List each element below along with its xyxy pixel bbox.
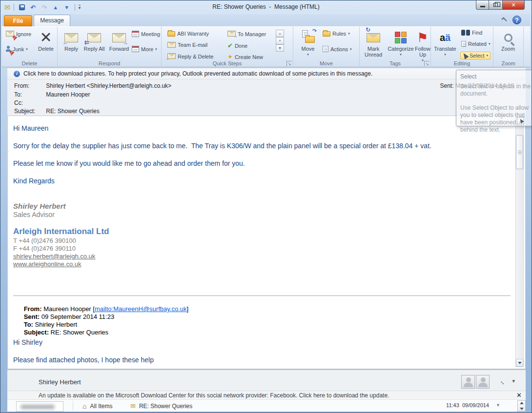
header-to-row: To: Maureen Hooper [14,91,90,98]
select-tooltip: Select Select text or objects in the doc… [456,70,532,126]
group-label-move: Move [293,60,359,66]
ribbon-group-respond: ← Reply ⇇ Reply All → Forward Meeting Mo… [58,27,162,67]
quick-step-abi-warranty[interactable]: ABI Warranty [167,31,209,37]
tags-dialog-launcher[interactable]: ↘ [424,61,430,66]
tooltip-title: Select [460,73,532,80]
actions-icon [323,46,328,52]
title-bar: ✉ ↶ ↷ ▲ ▼ ▾ RE: Shower Queries - Message… [0,0,532,14]
dismiss-social-bar-icon[interactable]: ✕ [516,392,522,399]
message-body: Hi Maureen Sorry for the delay the suppl… [7,116,526,369]
item-timestamp: 11:43 09/09/2014 [446,402,489,408]
quick-step-team-email[interactable]: Team E-mail [167,42,207,48]
item-dropdown-icon[interactable]: ▼ [496,403,500,408]
group-label-respond: Respond [58,60,161,66]
body-greeting: Hi Maureen [13,124,48,132]
collapse-people-pane-icon[interactable]: ▾ [512,378,515,384]
activity-item[interactable]: ✉ RE: Shower Queries [130,402,192,410]
junk-button[interactable]: Junk ▾ [6,46,28,53]
mark-unread-button[interactable]: ↻ Mark Unread [361,28,386,58]
social-update-text[interactable]: An update is available on the Microsoft … [39,392,389,399]
group-label-quick-steps: Quick Steps [162,60,293,66]
close-button[interactable]: ✕ [502,0,525,10]
avatar[interactable] [476,375,490,389]
social-connector-bar: An update is available on the Microsoft … [7,391,526,399]
signature-web-link[interactable]: www.arleighonline.co.uk [13,260,81,268]
rules-folder-icon [323,31,330,37]
delete-x-icon: ✕ [40,29,52,46]
to-value: Maureen Hooper [46,91,90,98]
reply-button[interactable]: ← Reply [61,28,82,52]
items-scroll-spinner[interactable] [517,400,526,412]
quick-step-reply-delete[interactable]: ← Reply & Delete [167,53,213,60]
find-button[interactable]: Find [461,30,482,36]
sent-label: Sent: [440,82,454,89]
minimize-ribbon-icon[interactable] [501,17,507,22]
select-button[interactable]: Select ▾ [460,52,491,59]
quick-step-to-manager[interactable]: → To Manager [227,31,266,38]
quoted-greeting: Hi Shirley [13,338,42,346]
move-button[interactable]: ↷ Move ▾ [297,28,319,58]
actions-button[interactable]: Actions ▾ [323,46,352,52]
header-cc-row: Cc: [14,99,44,106]
download-pictures-infobar[interactable]: i Click here to download pictures. To he… [7,68,526,79]
people-pane: Shirley Herbert ↕ ▾ [7,370,526,391]
window-title: RE: Shower Queries - Message (HTML) [0,3,532,10]
restore-button[interactable] [489,0,502,10]
header-from-row: From: Shirley Herbert <Shirley.Herbert@a… [14,82,171,89]
quick-steps-scroll-down[interactable]: ▼ [276,37,284,44]
reply-delete-icon: ← [167,53,176,60]
categorize-button[interactable]: Categorize ▾ [386,28,415,58]
all-items-tab[interactable]: ⌂ All Items [82,402,112,410]
delete-button[interactable]: ✕ Delete [35,28,57,52]
quick-steps-scroll: ▲ ▼ ▼ [276,30,284,52]
people-pane-items-row: ⌂ All Items ✉ RE: Shower Queries 11:43 0… [7,399,526,412]
avatar[interactable] [461,375,475,389]
zoom-button[interactable]: Zoom [497,28,519,52]
to-manager-icon: → [227,31,236,38]
more-respond-button[interactable]: More ▾ [132,46,157,52]
quick-steps-dialog-launcher[interactable]: ↘ [286,61,292,66]
quick-steps-scroll-up[interactable]: ▲ [276,30,284,37]
redacted-control[interactable] [16,401,63,412]
expand-people-pane-icon[interactable]: ↕ [498,379,505,386]
quick-step-done[interactable]: ✔ Done [227,42,247,49]
minimize-button[interactable] [476,0,489,10]
signature-email-link[interactable]: shirley.herbert@arleigh.co.uk [13,253,95,260]
body-para2: Please let me know if you would like me … [13,159,245,167]
junk-icon [6,46,11,53]
zoom-magnifier-icon [504,29,512,46]
body-scrollbar[interactable] [515,118,524,367]
to-label: To: [14,91,44,98]
group-label-tags: Tags [360,60,430,66]
rules-button[interactable]: Rules ▾ [323,31,350,37]
ribbon-group-editing: aä Translate ▾ Find Related ▾ Select ▾ E… [431,27,493,67]
more-icon [132,46,139,52]
ignore-button[interactable]: Ignore [6,31,31,38]
scrollbar-thumb[interactable] [516,135,523,169]
signature-tel: T +44 (0)2476 390100 [13,237,76,244]
quick-step-create-new[interactable]: ✦ Create New [227,53,263,60]
mark-unread-icon: ↻ [367,29,380,46]
ribbon-group-tags: ↻ Mark Unread Categorize ▾ ⚑ Follow Up ▾… [360,27,431,67]
ribbon: Ignore Junk ▾ ✕ Delete Delete ← Reply ⇇ … [2,26,530,67]
home-icon: ⌂ [82,402,86,410]
minimize-icon [480,6,485,7]
tab-file[interactable]: File [4,15,32,26]
related-button[interactable]: Related ▾ [461,41,490,47]
quick-steps-more[interactable]: ▼ [276,44,284,52]
forward-button[interactable]: → Forward [106,28,132,52]
help-button[interactable]: ? [512,16,521,24]
follow-up-button[interactable]: ⚑ Follow Up ▾ [414,28,431,63]
translate-button[interactable]: aä Translate ▾ [432,28,458,58]
forward-icon: → [112,29,126,46]
ribbon-group-zoom: Zoom Zoom [493,27,524,67]
body-closing: Kind Regards [13,177,55,185]
folder-icon [167,31,175,37]
meeting-button[interactable]: Meeting [132,31,160,37]
categorize-icon [395,29,407,46]
scroll-down-button[interactable] [516,359,523,367]
ribbon-group-delete: Ignore Junk ▾ ✕ Delete Delete [2,27,58,67]
signature-company: Arleigh International Ltd [13,227,109,236]
reply-all-button[interactable]: ⇇ Reply All [83,28,105,52]
tab-message[interactable]: Message [34,15,70,27]
